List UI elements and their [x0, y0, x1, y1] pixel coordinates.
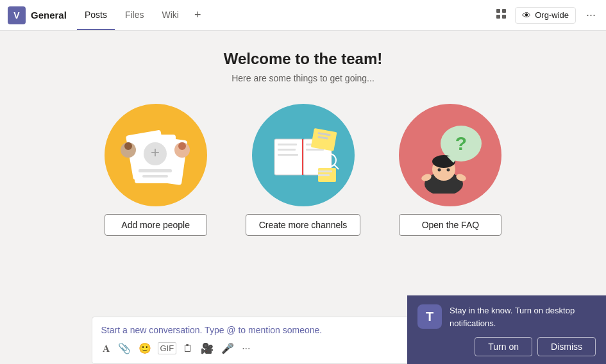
svg-rect-3: [502, 15, 506, 19]
tab-bar: Posts Files Wiki +: [77, 0, 206, 30]
svg-rect-18: [278, 144, 297, 145]
svg-rect-19: [278, 149, 296, 151]
audio-icon[interactable]: 🎤: [220, 341, 235, 356]
svg-rect-30: [318, 174, 330, 176]
grid-icon[interactable]: [496, 8, 507, 22]
svg-text:?: ?: [455, 133, 467, 154]
svg-rect-2: [496, 15, 500, 19]
dismiss-button[interactable]: Dismiss: [537, 337, 596, 356]
tab-files[interactable]: Files: [117, 0, 152, 30]
svg-point-36: [438, 169, 441, 172]
more-options-button[interactable]: ···: [584, 6, 598, 24]
svg-rect-20: [278, 154, 298, 156]
more-toolbar-icon[interactable]: ···: [240, 342, 251, 356]
cards-row: + Add more people: [105, 104, 502, 236]
gif-icon[interactable]: GIF: [158, 342, 177, 354]
add-people-illustration: +: [105, 104, 207, 206]
eye-icon: 👁: [522, 10, 531, 21]
toast-teams-icon: T: [417, 304, 442, 329]
svg-rect-13: [139, 169, 172, 172]
tab-posts[interactable]: Posts: [77, 0, 115, 30]
format-icon[interactable]: 𝐀: [101, 342, 112, 356]
add-people-card: + Add more people: [105, 104, 207, 236]
svg-rect-23: [310, 128, 337, 151]
svg-point-12: [178, 142, 186, 150]
svg-point-37: [447, 169, 450, 172]
welcome-subtitle: Here are some things to get going...: [231, 73, 375, 83]
notification-toast: T Stay in the know. Turn on desktop noti…: [407, 295, 606, 364]
svg-point-10: [124, 142, 132, 150]
svg-text:+: +: [151, 144, 160, 161]
toast-message: Stay in the know. Turn on desktop notifi…: [450, 304, 596, 329]
tab-wiki[interactable]: Wiki: [154, 0, 186, 30]
open-faq-card: ? Open the FA: [399, 104, 501, 236]
attach-icon[interactable]: 📎: [117, 341, 132, 356]
open-faq-illustration: ?: [399, 104, 501, 206]
team-name: General: [31, 10, 67, 21]
video-icon[interactable]: 🎥: [199, 341, 215, 356]
turn-on-button[interactable]: Turn on: [475, 337, 532, 356]
create-channels-card: Create more channels: [246, 104, 361, 236]
emoji-icon[interactable]: 🙂: [137, 341, 153, 356]
org-wide-button[interactable]: 👁 Org-wide: [515, 7, 576, 24]
add-more-people-button[interactable]: Add more people: [105, 214, 207, 236]
svg-rect-0: [496, 9, 500, 13]
toast-top: T Stay in the know. Turn on desktop noti…: [417, 304, 596, 329]
add-tab-button[interactable]: +: [189, 0, 206, 30]
open-faq-button[interactable]: Open the FAQ: [399, 214, 501, 236]
svg-rect-29: [318, 170, 332, 172]
svg-rect-14: [142, 175, 168, 178]
header-right: 👁 Org-wide ···: [496, 6, 598, 24]
team-icon: V: [8, 6, 26, 24]
sticker-icon[interactable]: 🗒: [181, 342, 194, 356]
toast-buttons: Turn on Dismiss: [417, 337, 596, 356]
welcome-title: Welcome to the team!: [224, 50, 383, 68]
create-more-channels-button[interactable]: Create more channels: [246, 214, 361, 236]
svg-rect-1: [502, 9, 506, 13]
header: V General Posts Files Wiki + 👁 Org-wide: [0, 0, 606, 31]
create-channels-illustration: [252, 104, 355, 206]
svg-rect-22: [306, 149, 324, 151]
